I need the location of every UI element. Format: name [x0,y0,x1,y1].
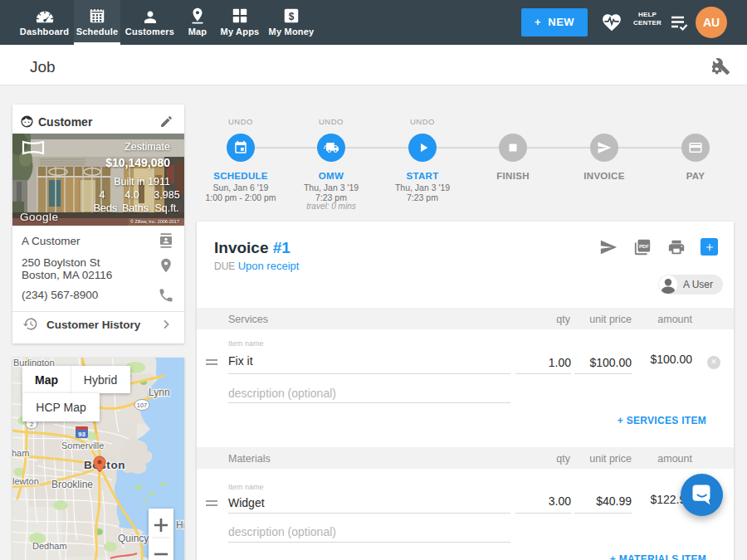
svg-text:4.0: 4.0 [124,189,139,201]
svg-text:Zestimate: Zestimate [124,141,170,153]
svg-text:4: 4 [100,189,105,201]
svg-text:PDF: PDF [639,244,649,249]
svg-text:3,985: 3,985 [154,189,179,201]
svg-text:Quincy: Quincy [118,533,149,544]
svg-text:Baths: Baths [122,202,149,214]
svg-text:Somerville: Somerville [61,441,104,450]
svg-text:ham: ham [12,448,29,458]
svg-text:$: $ [289,11,295,22]
svg-text:2: 2 [30,421,33,428]
svg-text:Google: Google [20,211,59,223]
svg-text:Hi: Hi [176,519,184,531]
svg-text:© Zillow, Inc. 2006-2017: © Zillow, Inc. 2006-2017 [130,219,179,224]
svg-text:Lynn: Lynn [149,387,170,398]
svg-text:lewton: lewton [12,476,39,486]
svg-text:Built in 1911: Built in 1911 [114,176,170,187]
svg-text:Brookline: Brookline [51,479,93,490]
svg-text:107: 107 [137,402,148,409]
svg-text:Dedham: Dedham [32,541,67,551]
svg-text:$10,149,080: $10,149,080 [105,156,170,169]
svg-text:Sq.ft.: Sq.ft. [154,202,178,214]
svg-text:93: 93 [78,431,85,438]
svg-text:Beds: Beds [94,202,118,214]
